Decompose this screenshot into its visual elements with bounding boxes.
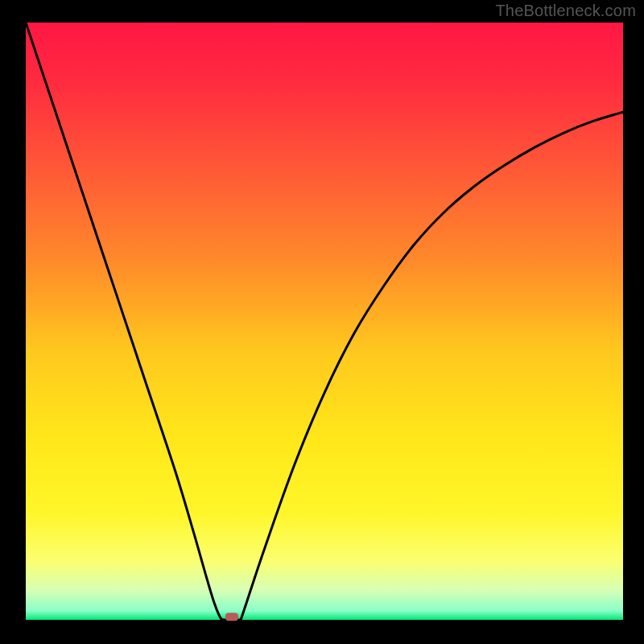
- optimal-marker: [225, 613, 238, 621]
- plot-background: [26, 23, 623, 620]
- bottleneck-chart: [0, 0, 644, 644]
- chart-stage: TheBottleneck.com: [0, 0, 644, 644]
- watermark-text: TheBottleneck.com: [495, 2, 636, 20]
